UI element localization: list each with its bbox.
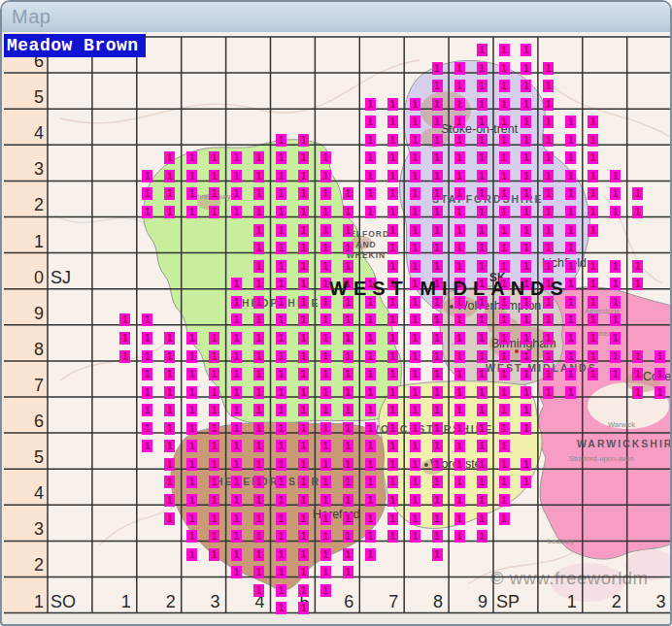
record-marker[interactable]: 1 — [253, 512, 264, 525]
record-marker[interactable]: 1 — [343, 242, 353, 254]
record-marker[interactable]: 1 — [119, 350, 130, 363]
record-marker[interactable]: 1 — [365, 404, 376, 416]
record-marker[interactable]: 1 — [477, 134, 487, 147]
record-marker[interactable]: 1 — [298, 512, 309, 525]
record-marker[interactable]: 1 — [521, 134, 531, 147]
record-marker[interactable]: 1 — [432, 530, 443, 543]
record-marker[interactable]: 1 — [410, 494, 420, 507]
record-marker[interactable]: 1 — [632, 278, 643, 290]
record-marker[interactable]: 1 — [477, 242, 487, 254]
record-marker[interactable]: 1 — [365, 512, 376, 525]
record-marker[interactable]: 1 — [298, 386, 309, 399]
record-marker[interactable]: 1 — [632, 350, 643, 363]
record-marker[interactable]: 1 — [365, 206, 376, 218]
record-marker[interactable]: 1 — [521, 187, 531, 200]
record-marker[interactable]: 1 — [655, 386, 665, 399]
record-marker[interactable]: 1 — [231, 404, 242, 416]
record-marker[interactable]: 1 — [410, 386, 420, 399]
record-marker[interactable]: 1 — [320, 584, 331, 597]
record-marker[interactable]: 1 — [298, 584, 309, 597]
record-marker[interactable]: 1 — [543, 62, 554, 75]
record-marker[interactable]: 1 — [454, 368, 465, 380]
record-marker[interactable]: 1 — [565, 206, 576, 218]
record-marker[interactable]: 1 — [454, 260, 465, 273]
record-marker[interactable]: 1 — [186, 187, 197, 200]
record-marker[interactable]: 1 — [454, 476, 465, 488]
record-marker[interactable]: 1 — [454, 242, 465, 254]
record-marker[interactable]: 1 — [209, 512, 219, 525]
record-marker[interactable]: 1 — [499, 332, 510, 345]
record-marker[interactable]: 1 — [142, 368, 152, 380]
record-marker[interactable]: 1 — [253, 458, 264, 471]
record-marker[interactable]: 1 — [432, 242, 443, 254]
record-marker[interactable]: 1 — [521, 386, 531, 399]
record-marker[interactable]: 1 — [588, 332, 598, 345]
record-marker[interactable]: 1 — [209, 458, 219, 471]
record-marker[interactable]: 1 — [521, 458, 531, 471]
record-marker[interactable]: 1 — [209, 368, 219, 380]
record-marker[interactable]: 1 — [454, 404, 465, 416]
record-marker[interactable]: 1 — [142, 187, 152, 200]
record-marker[interactable]: 1 — [320, 512, 331, 525]
record-marker[interactable]: 1 — [164, 187, 175, 200]
record-marker[interactable]: 1 — [343, 332, 353, 345]
record-marker[interactable]: 1 — [477, 313, 487, 326]
record-marker[interactable]: 1 — [142, 206, 152, 218]
record-marker[interactable]: 1 — [365, 187, 376, 200]
record-marker[interactable]: 1 — [499, 151, 510, 164]
record-marker[interactable]: 1 — [276, 584, 286, 597]
record-marker[interactable]: 1 — [499, 512, 510, 525]
record-marker[interactable]: 1 — [410, 206, 420, 218]
record-marker[interactable]: 1 — [186, 512, 197, 525]
record-marker[interactable]: 1 — [276, 368, 286, 380]
record-marker[interactable]: 1 — [387, 368, 398, 380]
record-marker[interactable]: 1 — [298, 458, 309, 471]
record-marker[interactable]: 1 — [521, 62, 531, 75]
record-marker[interactable]: 1 — [298, 422, 309, 435]
record-marker[interactable]: 1 — [543, 386, 554, 399]
record-marker[interactable]: 1 — [410, 115, 420, 128]
record-marker[interactable]: 1 — [142, 170, 152, 182]
record-marker[interactable]: 1 — [320, 151, 331, 164]
record-marker[interactable]: 1 — [432, 206, 443, 218]
record-marker[interactable]: 1 — [142, 440, 152, 452]
record-marker[interactable]: 1 — [298, 278, 309, 290]
record-marker[interactable]: 1 — [499, 476, 510, 488]
record-marker[interactable]: 1 — [276, 187, 286, 200]
record-marker[interactable]: 1 — [253, 440, 264, 452]
record-marker[interactable]: 1 — [521, 242, 531, 254]
record-marker[interactable]: 1 — [186, 422, 197, 435]
record-marker[interactable]: 1 — [276, 440, 286, 452]
record-marker[interactable]: 1 — [588, 350, 598, 363]
record-marker[interactable]: 1 — [365, 494, 376, 507]
record-marker[interactable]: 1 — [454, 422, 465, 435]
record-marker[interactable]: 1 — [343, 368, 353, 380]
record-marker[interactable]: 1 — [543, 332, 554, 345]
record-marker[interactable]: 1 — [298, 476, 309, 488]
record-marker[interactable]: 1 — [632, 386, 643, 399]
record-marker[interactable]: 1 — [186, 368, 197, 380]
record-marker[interactable]: 1 — [209, 187, 219, 200]
record-marker[interactable]: 1 — [142, 313, 152, 326]
record-marker[interactable]: 1 — [253, 224, 264, 237]
record-marker[interactable]: 1 — [454, 530, 465, 543]
record-marker[interactable]: 1 — [477, 62, 487, 75]
record-marker[interactable]: 1 — [276, 476, 286, 488]
record-marker[interactable]: 1 — [320, 260, 331, 273]
record-marker[interactable]: 1 — [477, 260, 487, 273]
record-marker[interactable]: 1 — [432, 313, 443, 326]
record-marker[interactable]: 1 — [521, 368, 531, 380]
record-marker[interactable]: 1 — [454, 187, 465, 200]
record-marker[interactable]: 1 — [410, 422, 420, 435]
record-marker[interactable]: 1 — [477, 170, 487, 182]
record-marker[interactable]: 1 — [320, 170, 331, 182]
record-marker[interactable]: 1 — [253, 368, 264, 380]
record-marker[interactable]: 1 — [610, 332, 621, 345]
record-marker[interactable]: 1 — [253, 530, 264, 543]
record-marker[interactable]: 1 — [365, 151, 376, 164]
record-marker[interactable]: 1 — [477, 494, 487, 507]
record-marker[interactable]: 1 — [298, 187, 309, 200]
record-marker[interactable]: 1 — [588, 151, 598, 164]
record-marker[interactable]: 1 — [320, 530, 331, 543]
record-marker[interactable]: 1 — [477, 440, 487, 452]
